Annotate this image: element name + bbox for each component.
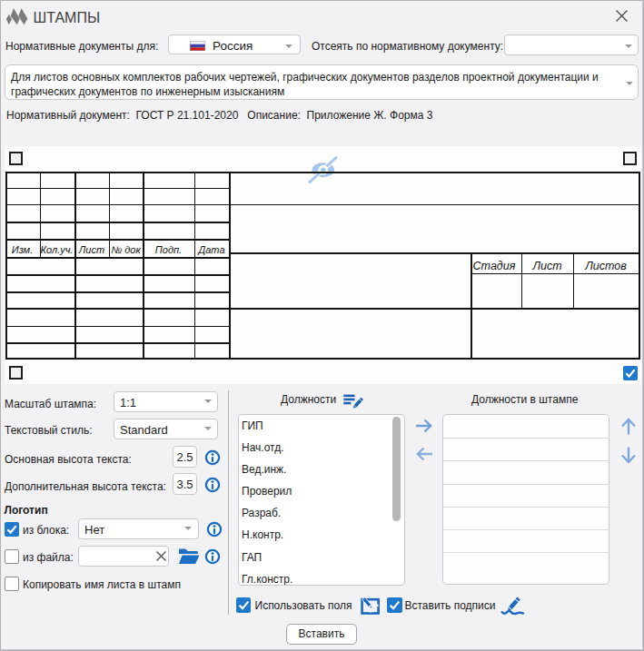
svg-text:№ док: № док [111, 244, 141, 255]
svg-text:Дата: Дата [196, 244, 224, 255]
svg-text:Лист: Лист [531, 260, 561, 272]
svg-text:Стадия: Стадия [473, 260, 516, 272]
svg-text:Листов: Листов [584, 260, 627, 272]
svg-text:Кол.уч.: Кол.уч. [41, 244, 74, 255]
svg-text:Изм.: Изм. [12, 244, 33, 255]
svg-text:Подп.: Подп. [155, 244, 182, 255]
svg-text:Лист: Лист [78, 244, 104, 255]
